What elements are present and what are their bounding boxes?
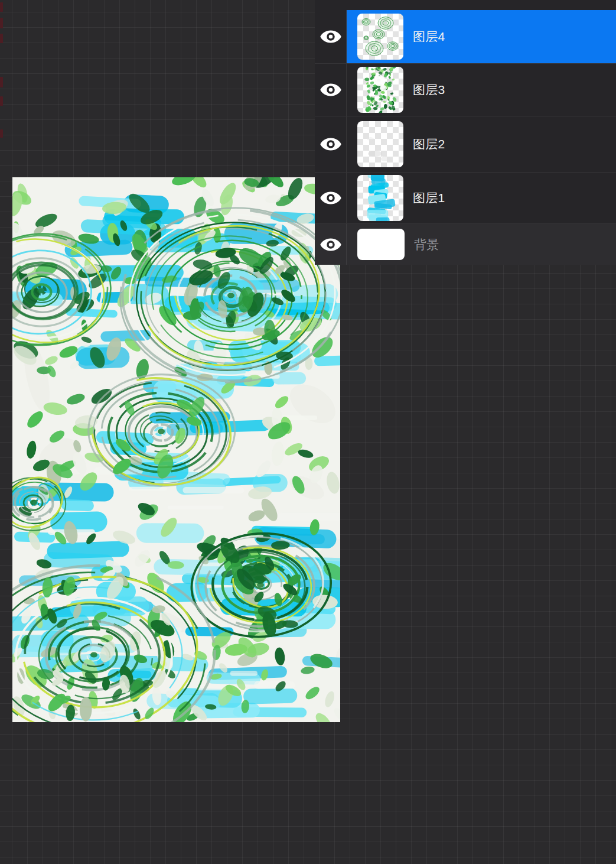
eye-icon: [320, 137, 342, 152]
layer3-visibility-toggle[interactable]: [315, 64, 347, 116]
layer4-name: 图层4: [413, 28, 445, 45]
layer3-name: 图层3: [413, 82, 445, 98]
layers-panel-top-spacer: [315, 0, 616, 10]
edge-mark: [0, 129, 3, 138]
background-visibility-toggle[interactable]: [315, 224, 347, 265]
drawing-canvas[interactable]: [12, 177, 340, 722]
edge-mark: [0, 34, 3, 43]
layer-row-layer2[interactable]: 图层2: [315, 116, 616, 172]
eye-icon: [320, 237, 342, 252]
edge-mark: [0, 96, 3, 106]
layer4-visibility-toggle[interactable]: [315, 10, 347, 63]
layer4-thumbnail[interactable]: [357, 14, 403, 60]
app-workspace: 图层4 图层3: [0, 0, 616, 864]
layer-row-background[interactable]: 背景: [315, 223, 616, 265]
edge-mark: [0, 18, 3, 28]
eye-icon: [320, 82, 342, 98]
layer-row-layer4[interactable]: 图层4: [315, 10, 616, 63]
layer2-visibility-toggle[interactable]: [315, 116, 347, 172]
layer1-visibility-toggle[interactable]: [315, 173, 347, 223]
background-thumbnail[interactable]: [357, 229, 405, 260]
layer-row-layer3[interactable]: 图层3: [315, 63, 616, 116]
eye-icon: [320, 190, 342, 206]
layer1-thumbnail[interactable]: [357, 175, 403, 221]
layers-panel: 图层4 图层3: [315, 0, 616, 264]
edge-mark: [0, 2, 3, 12]
layer-row-layer1[interactable]: 图层1: [315, 172, 616, 223]
layer3-thumbnail[interactable]: [357, 67, 403, 113]
layer1-name: 图层1: [413, 190, 445, 206]
artwork-image: [12, 177, 340, 722]
layer2-name: 图层2: [413, 136, 445, 152]
layer2-thumbnail[interactable]: [357, 121, 403, 167]
eye-icon: [320, 29, 342, 44]
background-name: 背景: [414, 236, 439, 253]
edge-mark: [0, 77, 3, 87]
